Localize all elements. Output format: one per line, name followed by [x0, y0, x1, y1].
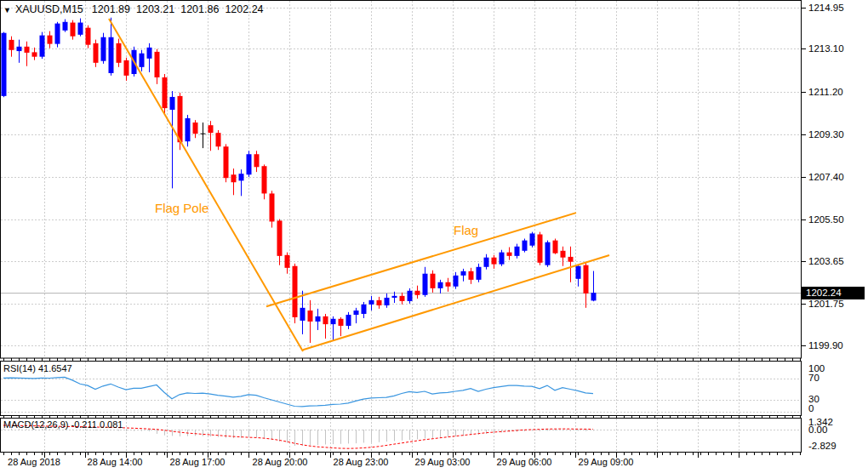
candle-body — [300, 308, 306, 321]
candle-body — [193, 123, 198, 134]
candle-body — [369, 300, 374, 305]
candle-body — [346, 315, 351, 326]
candle-body — [454, 276, 459, 287]
candle-body — [431, 274, 436, 288]
candle-body — [591, 293, 597, 300]
candle-body — [507, 253, 512, 256]
candle-body — [78, 23, 83, 35]
candle-body — [9, 40, 14, 50]
candle-body — [377, 300, 382, 305]
candle-body — [124, 60, 129, 76]
candle-body — [178, 96, 183, 142]
ohlc-high: 1203.21 — [136, 3, 174, 15]
ohlc-close: 1202.24 — [225, 3, 263, 15]
candle-body — [523, 241, 528, 251]
candle-body — [254, 154, 260, 167]
candle-body — [339, 319, 344, 326]
candle-body — [40, 36, 45, 57]
candle-body — [208, 125, 214, 133]
candle-body — [561, 251, 566, 258]
current-price-badge: 1202.24 — [802, 287, 865, 299]
candle-body — [530, 233, 535, 245]
ohlc-open: 1201.89 — [92, 3, 130, 15]
candle-body — [584, 265, 589, 293]
candle-body — [400, 296, 405, 301]
candle-body — [308, 311, 313, 322]
candle-body — [86, 28, 91, 45]
candle-body — [163, 77, 168, 108]
rsi-indicator-label: RSI(14) 41.6547 — [3, 363, 72, 373]
candle-body — [323, 316, 328, 324]
candle-body — [461, 271, 466, 276]
candle-body — [576, 266, 581, 279]
candle-body — [477, 267, 482, 280]
candle-body — [484, 258, 489, 267]
candle-body — [568, 257, 574, 262]
candle-body — [147, 48, 152, 59]
candle-body — [277, 220, 283, 255]
candle-body — [469, 271, 474, 280]
candle-body — [186, 118, 191, 141]
candle-body — [500, 253, 505, 265]
chart-title-ohlc: ▼XAUUSD,M151201.891203.211201.861202.24 — [3, 3, 270, 15]
candle-body — [415, 291, 420, 295]
candle-body — [262, 166, 267, 193]
candle-body — [140, 54, 145, 67]
candle-body — [71, 23, 76, 37]
candle-body — [224, 146, 229, 178]
candle-body — [446, 282, 451, 287]
candle-body — [231, 174, 237, 182]
trading-chart-window: ▼XAUUSD,M151201.891203.211201.861202.24 … — [0, 0, 868, 473]
candle-body — [385, 298, 390, 305]
candle-body — [553, 241, 558, 254]
candle-body — [2, 33, 7, 96]
candle-body — [438, 282, 443, 288]
candle-body — [270, 193, 275, 221]
ohlc-low: 1201.86 — [180, 3, 219, 15]
candle-body — [117, 43, 122, 63]
candle-body — [545, 242, 551, 265]
symbol-dropdown-icon: ▼ — [3, 6, 11, 14]
candle-body — [17, 47, 22, 51]
candle-body — [25, 47, 30, 53]
candle-body — [55, 24, 60, 44]
candle-body — [492, 258, 497, 265]
symbol-timeframe-label: XAUUSD,M15 — [15, 3, 83, 15]
candle-body — [408, 291, 413, 301]
candle-body — [316, 316, 321, 322]
candle-body — [423, 274, 428, 295]
candle-body — [331, 319, 336, 324]
candle-body — [239, 174, 244, 180]
candle-body — [216, 133, 221, 146]
chart-canvas[interactable] — [0, 0, 868, 473]
candle-body — [362, 305, 367, 314]
candle-body — [515, 247, 520, 256]
candle-body — [94, 43, 99, 63]
candle-body — [109, 37, 114, 73]
candle-body — [285, 255, 290, 268]
candle-body — [170, 97, 175, 110]
candle-body — [354, 311, 359, 315]
candle-body — [101, 37, 106, 61]
candle-body — [63, 22, 68, 31]
candle-body — [392, 296, 397, 298]
candle-body — [247, 154, 252, 174]
candle-body — [155, 52, 160, 77]
candle-body — [48, 36, 53, 44]
candle-body — [293, 266, 298, 317]
candle-body — [32, 52, 37, 56]
candle-body — [538, 235, 543, 263]
macd-indicator-label: MACD(12,26,9) -0.211 0.081 — [3, 419, 123, 430]
